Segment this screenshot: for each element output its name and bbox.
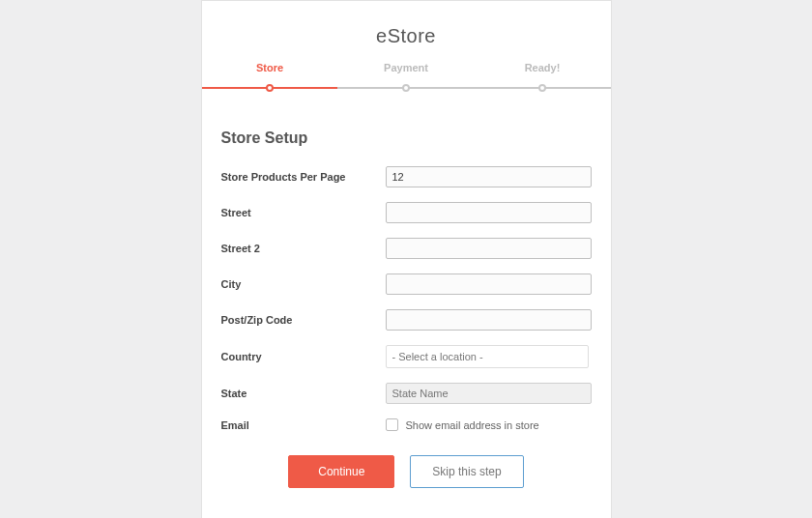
- step-label: Payment: [338, 62, 475, 73]
- row-street2: Street 2: [221, 238, 592, 259]
- app-title: eStore: [202, 1, 611, 62]
- step-label: Store: [202, 62, 338, 73]
- skip-button[interactable]: Skip this step: [410, 455, 523, 488]
- stepper-steps: Store Payment Ready!: [202, 62, 611, 99]
- row-state: State: [221, 383, 592, 404]
- wizard-container: eStore Store Payment Ready! Store Setup …: [201, 0, 612, 518]
- label-city: City: [221, 278, 386, 290]
- step-dot-icon: [538, 84, 546, 92]
- step-store[interactable]: Store: [202, 62, 338, 99]
- row-country: Country - Select a location -: [221, 345, 592, 368]
- row-postcode: Post/Zip Code: [221, 309, 592, 331]
- continue-button[interactable]: Continue: [288, 455, 394, 488]
- step-dot-icon: [402, 84, 410, 92]
- email-checkbox[interactable]: [386, 418, 398, 431]
- email-checkbox-wrap: Show email address in store: [386, 418, 539, 431]
- step-payment[interactable]: Payment: [338, 62, 475, 99]
- street2-input[interactable]: [386, 238, 592, 259]
- step-label: Ready!: [475, 62, 611, 73]
- street-input[interactable]: [386, 202, 592, 223]
- label-state: State: [221, 388, 386, 399]
- content-card: Store Setup Store Products Per Page Stre…: [202, 105, 611, 498]
- step-dot-icon: [266, 84, 274, 92]
- label-country: Country: [221, 351, 386, 362]
- step-ready[interactable]: Ready!: [475, 62, 611, 99]
- label-products-per-page: Store Products Per Page: [221, 171, 386, 183]
- label-street2: Street 2: [221, 243, 386, 254]
- label-postcode: Post/Zip Code: [221, 314, 386, 326]
- postcode-input[interactable]: [386, 309, 592, 331]
- label-street: Street: [221, 207, 386, 218]
- row-city: City: [221, 273, 592, 295]
- row-email: Email Show email address in store: [221, 418, 592, 431]
- country-select-placeholder: - Select a location -: [392, 351, 483, 362]
- city-input[interactable]: [386, 273, 592, 295]
- section-heading: Store Setup: [221, 130, 592, 147]
- row-street: Street: [221, 202, 592, 223]
- state-input[interactable]: [386, 383, 592, 404]
- button-row: Continue Skip this step: [221, 455, 592, 488]
- products-per-page-input[interactable]: [386, 166, 592, 187]
- country-select[interactable]: - Select a location -: [386, 345, 589, 368]
- email-checkbox-label: Show email address in store: [406, 419, 539, 431]
- stepper: Store Payment Ready!: [202, 62, 611, 96]
- row-products-per-page: Store Products Per Page: [221, 166, 592, 187]
- label-email: Email: [221, 419, 386, 431]
